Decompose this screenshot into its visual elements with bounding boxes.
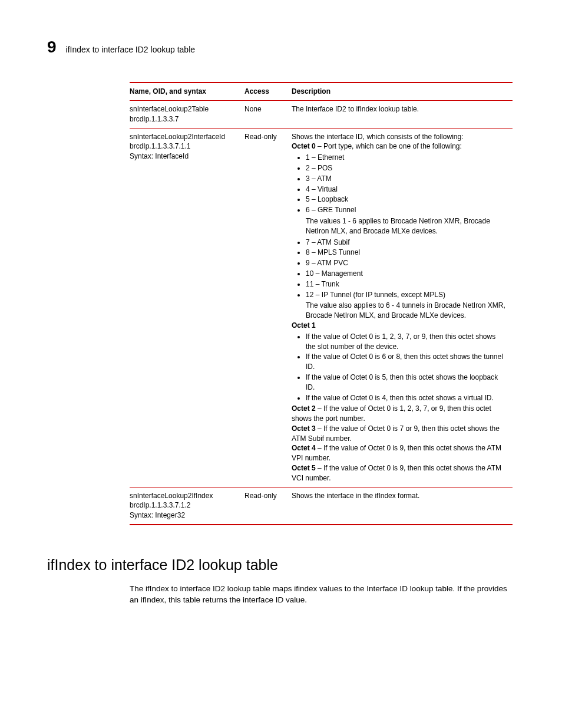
list-item: 12 – IP Tunnel (for IP tunnels, except M… [306,290,507,300]
cell-desc: Shows the interface ID, which consists o… [292,128,513,487]
cell-desc: The Interface ID2 to ifIndex lookup tabl… [292,100,513,128]
cell-name: snInterfaceLookup2Table brcdIp.1.1.3.3.7 [130,100,244,128]
list-item: 8 – MPLS Tunnel [306,248,507,258]
oid-syntax: Syntax: InterfaceId [130,151,239,162]
list-item: 7 – ATM Subif [306,238,507,248]
list-item: 11 – Trunk [306,279,507,289]
oid-path: brcdIp.1.1.3.3.7.1.1 [130,141,239,151]
oid-name: snInterfaceLookup2IfIndex [130,491,239,501]
list-item: 3 – ATM [306,174,507,184]
oid-path: brcdIp.1.1.3.3.7 [130,114,239,124]
octet4-text: – If the value of Octet 0 is 9, then thi… [292,444,501,462]
octet0-note: The values 1 - 6 applies to Brocade NetI… [306,216,507,236]
list-item: 1 – Ethernet [306,153,507,163]
list-item: 2 – POS [306,163,507,173]
running-title: ifIndex to interface ID2 lookup table [66,44,195,56]
oid-syntax: Syntax: Integer32 [130,510,239,521]
col-header-name: Name, OID, and syntax [130,83,244,100]
list-item: 5 – Loopback [306,195,507,205]
desc-intro: Shows the interface ID, which consists o… [292,132,507,142]
octet4-label: Octet 4 [292,444,316,452]
mib-table: Name, OID, and syntax Access Description… [130,82,513,525]
col-header-access: Access [244,83,292,100]
octet0-note2: The value also applies to 6 - 4 tunnels … [306,301,507,321]
octet0-label: Octet 0 [292,142,316,150]
octet0-list: 1 – Ethernet 2 – POS 3 – ATM 4 – Virtual… [306,153,507,215]
oid-name: snInterfaceLookup2Table [130,104,239,114]
cell-access: Read-only [244,487,292,525]
octet1-list: If the value of Octet 0 is 1, 2, 3, 7, o… [306,332,507,403]
cell-access: Read-only [244,128,292,487]
cell-name: snInterfaceLookup2InterfaceId brcdIp.1.1… [130,128,244,487]
oid-name: snInterfaceLookup2InterfaceId [130,132,239,142]
cell-desc: Shows the interface in the ifIndex forma… [292,487,513,525]
chapter-number: 9 [47,35,57,58]
list-item: If the value of Octet 0 is 4, then this … [306,393,507,403]
page-header: 9 ifIndex to interface ID2 lookup table [47,35,515,58]
table-row: snInterfaceLookup2IfIndex brcdIp.1.1.3.3… [130,487,513,525]
octet0-intro: – Port type, which can be one of the fol… [316,142,462,150]
octet5-label: Octet 5 [292,464,316,472]
list-item: If the value of Octet 0 is 5, then this … [306,373,507,393]
table-row: snInterfaceLookup2Table brcdIp.1.1.3.3.7… [130,100,513,128]
list-item: If the value of Octet 0 is 6 or 8, then … [306,352,507,372]
cell-name: snInterfaceLookup2IfIndex brcdIp.1.1.3.3… [130,487,244,525]
section-heading: ifIndex to interface ID2 lookup table [47,555,515,575]
list-item: If the value of Octet 0 is 1, 2, 3, 7, o… [306,332,507,352]
octet3-text: – If the value of Octet 0 is 7 or 9, the… [292,424,500,443]
octet0-list2: 7 – ATM Subif 8 – MPLS Tunnel 9 – ATM PV… [306,238,507,300]
list-item: 4 – Virtual [306,185,507,195]
list-item: 6 – GRE Tunnel [306,205,507,215]
list-item: 10 – Management [306,269,507,279]
octet2-text: – If the value of Octet 0 is 1, 2, 3, 7,… [292,404,491,423]
oid-path: brcdIp.1.1.3.3.7.1.2 [130,500,239,510]
octet3-label: Octet 3 [292,424,316,433]
octet5-text: – If the value of Octet 0 is 9, then thi… [292,464,501,482]
cell-access: None [244,100,292,128]
octet1-label: Octet 1 [292,321,316,330]
octet2-label: Octet 2 [292,404,316,413]
col-header-desc: Description [292,83,513,100]
table-row: snInterfaceLookup2InterfaceId brcdIp.1.1… [130,128,513,487]
list-item: 9 – ATM PVC [306,258,507,268]
section-body: The ifIndex to interface ID2 lookup tabl… [130,584,515,606]
